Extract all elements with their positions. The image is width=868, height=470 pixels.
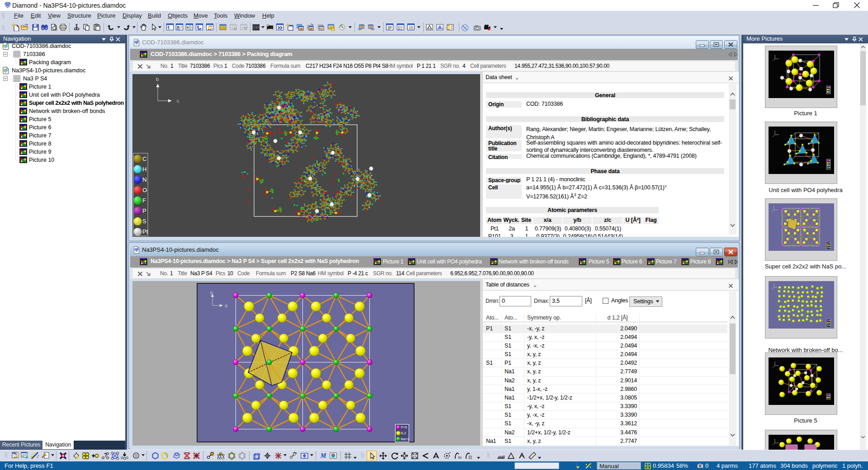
svg-text:Pt: Pt	[142, 228, 148, 235]
svg-text:S: S	[142, 218, 146, 225]
svg-text:b: b	[156, 76, 159, 82]
svg-text:F: F	[142, 197, 146, 204]
svg-text:O: O	[142, 187, 147, 193]
svg-text:Na+1: Na+1	[401, 437, 409, 441]
svg-text:S-2: S-2	[401, 431, 406, 435]
svg-text:H: H	[142, 166, 146, 173]
svg-text:Fe: Fe	[294, 451, 297, 454]
svg-text:M: M	[320, 452, 326, 459]
svg-text:C: C	[142, 155, 146, 162]
svg-text:P+5: P+5	[401, 425, 407, 429]
svg-text:P: P	[142, 207, 146, 214]
svg-text:N: N	[142, 176, 146, 183]
svg-text:a: a	[225, 303, 228, 308]
svg-text:90: 90	[458, 456, 462, 459]
svg-text:c: c	[177, 98, 179, 103]
